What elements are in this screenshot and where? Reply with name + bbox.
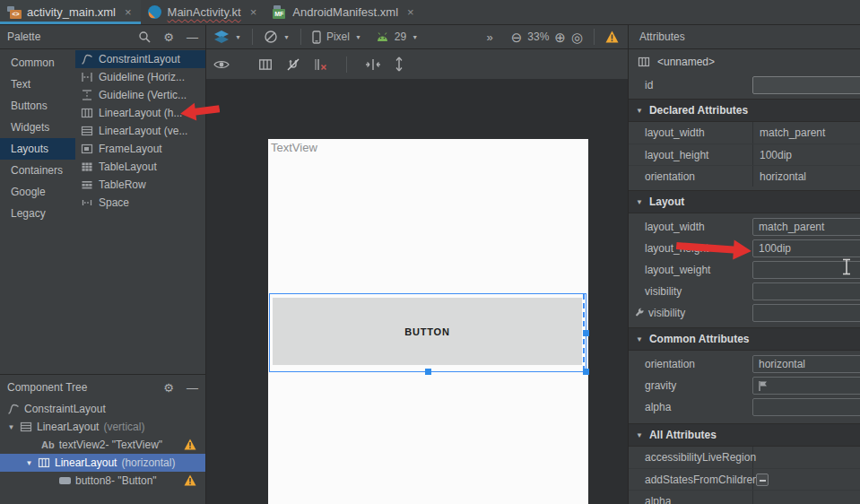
collapse-icon[interactable]: ▼ <box>636 335 643 343</box>
tree-node-constraintlayout[interactable]: ConstraintLayout <box>0 400 205 418</box>
collapse-icon[interactable]: ▼ <box>636 107 643 115</box>
section-all-attributes[interactable]: ▼ All Attributes <box>629 423 860 447</box>
api-level-selector[interactable]: 29 <box>395 30 406 43</box>
section-layout[interactable]: ▼ Layout <box>629 190 860 213</box>
palette-item-label: FrameLayout <box>99 143 162 155</box>
gravity-combo[interactable] <box>752 377 860 395</box>
zoom-out-icon[interactable]: ⊖ <box>511 30 523 44</box>
attribute-value[interactable]: 100dip <box>760 149 792 161</box>
category-widgets[interactable]: Widgets <box>0 117 75 138</box>
design-canvas[interactable]: TextView BUTTON <box>206 79 628 504</box>
orientation-combo[interactable]: horizontal <box>752 355 860 373</box>
resize-handle-bottom[interactable] <box>425 369 431 375</box>
orientation-icon[interactable] <box>264 30 278 44</box>
chevron-down-icon[interactable]: ▼ <box>235 34 241 40</box>
tree-node-textview2[interactable]: Ab textView2- "TextView" <box>0 436 205 454</box>
id-input[interactable] <box>752 76 860 94</box>
tree-node-button8[interactable]: button8- "Button" <box>0 472 205 490</box>
device-phone-icon[interactable] <box>312 30 321 44</box>
layout-width-combo[interactable]: match_parent <box>752 218 860 236</box>
pack-horizontal-icon[interactable] <box>365 57 381 72</box>
palette-item-list: ConstraintLayout Guideline (Horiz... Gui… <box>75 50 205 212</box>
category-common[interactable]: Common <box>0 52 75 74</box>
indeterminate-checkbox[interactable] <box>756 474 769 486</box>
layout-height-combo[interactable]: 100dip <box>752 239 860 257</box>
resize-handle-right[interactable] <box>583 330 589 336</box>
visibility-combo[interactable] <box>752 282 860 300</box>
tree-node-linearlayout-horizontal[interactable]: ▼ LinearLayout(horizontal) <box>0 454 205 472</box>
attribute-row[interactable]: orientation horizontal <box>629 165 860 187</box>
collapse-icon[interactable]: ▼ <box>636 198 643 206</box>
tab-mainactivity-kt[interactable]: MainActivity.kt × <box>141 0 266 24</box>
close-tab-icon[interactable]: × <box>125 5 132 19</box>
tree-node-linearlayout-vertical[interactable]: ▼ LinearLayout(vertical) <box>0 418 205 436</box>
palette-item-tablelayout[interactable]: TableLayout <box>75 158 205 176</box>
attribute-value[interactable]: horizontal <box>760 170 806 183</box>
palette-item-label: Guideline (Vertic... <box>99 89 187 101</box>
canvas-button[interactable]: BUTTON <box>273 298 582 365</box>
warnings-icon[interactable] <box>605 30 619 43</box>
tab-androidmanifest-xml[interactable]: MF AndroidManifest.xml × <box>265 0 422 24</box>
expand-collapse-icon[interactable]: ▼ <box>25 459 33 467</box>
zoom-to-fit-icon[interactable]: ◎ <box>571 30 583 44</box>
design-mode-layers-icon[interactable] <box>213 30 230 43</box>
category-buttons[interactable]: Buttons <box>0 95 75 117</box>
section-title: Common Attributes <box>649 333 750 345</box>
editor-tab-bar: <> activity_main.xml × MainActivity.kt ×… <box>0 0 860 25</box>
layout-weight-combo[interactable] <box>752 261 860 279</box>
tools-visibility-combo[interactable] <box>752 304 860 322</box>
canvas-textview[interactable]: TextView <box>271 141 317 154</box>
attribute-row[interactable]: alpha <box>629 490 860 504</box>
expand-collapse-icon[interactable]: ▼ <box>7 423 15 431</box>
search-icon[interactable] <box>138 30 151 43</box>
autoconnect-off-icon[interactable] <box>285 57 301 72</box>
category-containers[interactable]: Containers <box>0 160 75 181</box>
collapse-icon[interactable]: ▼ <box>636 431 643 439</box>
gear-icon[interactable]: ⚙ <box>163 382 174 394</box>
attributes-header: Attributes <box>629 25 860 49</box>
zoom-in-icon[interactable]: ⊕ <box>554 30 566 44</box>
expand-vertical-icon[interactable] <box>394 56 404 72</box>
palette-item-constraintlayout[interactable]: ConstraintLayout <box>75 50 205 68</box>
attribute-row[interactable]: layout_height 100dip <box>629 143 860 165</box>
attribute-row[interactable]: layout_width match_parent <box>629 122 860 143</box>
attribute-name: orientation <box>645 170 695 183</box>
linear-layout-horizontal-icon <box>638 56 650 68</box>
alpha-input[interactable] <box>752 398 860 416</box>
category-google[interactable]: Google <box>0 181 75 203</box>
selected-component-icon <box>258 57 273 72</box>
resize-handle-bottom-right[interactable] <box>583 369 589 375</box>
palette-item-guideline-horizontal[interactable]: Guideline (Horiz... <box>75 68 205 86</box>
selected-linearlayout-bounds[interactable]: BUTTON <box>269 293 586 372</box>
section-common-attributes[interactable]: ▼ Common Attributes <box>629 327 860 351</box>
attribute-value[interactable]: match_parent <box>760 126 825 139</box>
attribute-row[interactable]: addStatesFromChildren <box>629 468 860 490</box>
toolbar-overflow-icon[interactable]: » <box>486 31 492 43</box>
device-selector[interactable]: Pixel <box>326 30 350 43</box>
chevron-down-icon[interactable]: ▼ <box>412 34 418 40</box>
view-options-eye-icon[interactable] <box>213 58 230 71</box>
close-tab-icon[interactable]: × <box>250 5 257 19</box>
chevron-down-icon[interactable]: ▼ <box>283 34 290 40</box>
minimize-icon[interactable]: — <box>187 31 198 43</box>
palette-item-space[interactable]: Space <box>75 194 205 212</box>
palette-item-tablerow[interactable]: TableRow <box>75 176 205 194</box>
palette-item-linearlayout-vertical[interactable]: LinearLayout (ve... <box>75 122 205 140</box>
palette-item-linearlayout-horizontal[interactable]: LinearLayout (h... <box>75 104 205 122</box>
chevron-down-icon[interactable]: ▼ <box>355 34 361 40</box>
device-screen[interactable]: TextView BUTTON <box>268 139 588 504</box>
category-text[interactable]: Text <box>0 74 75 95</box>
linear-layout-vertical-icon <box>81 125 93 137</box>
palette-item-framelayout[interactable]: FrameLayout <box>75 140 205 158</box>
minimize-icon[interactable]: — <box>187 382 198 394</box>
palette-item-guideline-vertical[interactable]: Guideline (Vertic... <box>75 86 205 104</box>
attribute-row[interactable]: accessibilityLiveRegion <box>629 447 860 468</box>
android-api-icon[interactable] <box>376 32 389 42</box>
gear-icon[interactable]: ⚙ <box>163 31 174 43</box>
category-layouts[interactable]: Layouts <box>0 138 75 160</box>
close-tab-icon[interactable]: × <box>407 5 414 19</box>
clear-constraints-icon[interactable] <box>314 57 328 72</box>
section-declared-attributes[interactable]: ▼ Declared Attributes <box>629 99 860 122</box>
tab-activity-main-xml[interactable]: <> activity_main.xml × <box>0 0 141 24</box>
category-legacy[interactable]: Legacy <box>0 203 75 224</box>
